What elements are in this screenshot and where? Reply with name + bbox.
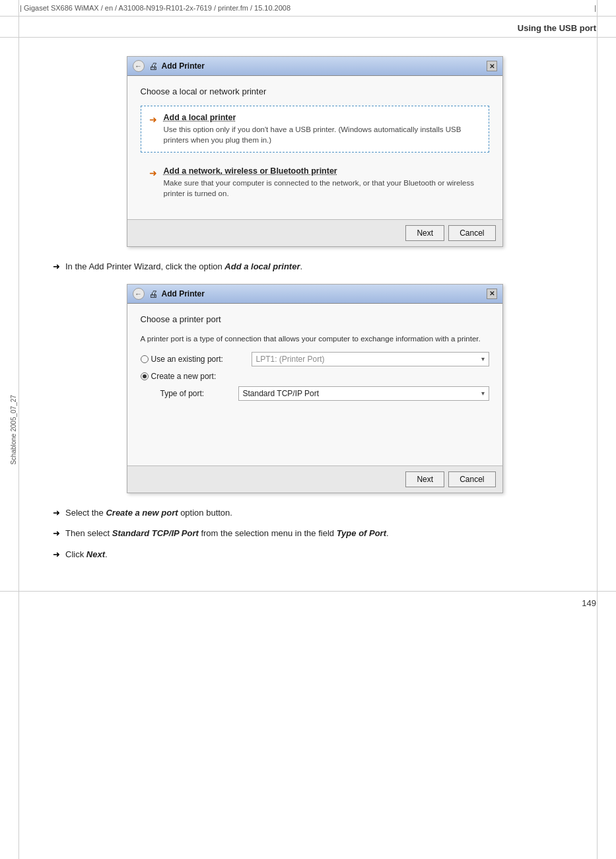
instruction-4-arrow-icon: ➜ xyxy=(53,548,60,561)
printer-icon: 🖨 xyxy=(149,61,158,71)
dialog-1-next-button[interactable]: Next xyxy=(405,225,444,241)
type-of-port-select[interactable]: Standard TCP/IP Port ▾ xyxy=(238,386,489,401)
option-2-title: Add a network, wireless or Bluetooth pri… xyxy=(164,166,481,176)
dialog-2-titlebar: ← 🖨 Add Printer ✕ xyxy=(127,285,502,304)
breadcrumb: | Gigaset SX686 WiMAX / en / A31008-N919… xyxy=(20,4,291,12)
instruction-1: ➜ In the Add Printer Wizard, click the o… xyxy=(53,260,576,273)
use-existing-input[interactable]: LPT1: (Printer Port) ▾ xyxy=(252,352,489,366)
dialog-1-back-button[interactable]: ← xyxy=(133,60,145,72)
instruction-1-arrow-icon: ➜ xyxy=(53,260,60,273)
instruction-2-text: Select the Create a new port option butt… xyxy=(65,506,232,520)
option-add-network-printer[interactable]: ➜ Add a network, wireless or Bluetooth p… xyxy=(141,159,489,206)
instruction-1-text: In the Add Printer Wizard, click the opt… xyxy=(65,260,302,273)
dialog-1-body: Choose a local or network printer ➜ Add … xyxy=(127,76,502,219)
section-title: Using the USB port xyxy=(0,17,616,38)
top-divider-right: | xyxy=(594,4,596,12)
top-meta-bar: | Gigaset SX686 WiMAX / en / A31008-N919… xyxy=(0,0,616,17)
option-2-desc: Make sure that your computer is connecte… xyxy=(164,178,481,199)
dialog-2-next-button[interactable]: Next xyxy=(405,471,444,487)
instruction-3-text: Then select Standard TCP/IP Port from th… xyxy=(65,527,389,540)
type-of-port-label: Type of port: xyxy=(160,389,233,398)
instruction-4-text: Click Next. xyxy=(65,548,108,561)
create-new-radio[interactable] xyxy=(141,372,149,380)
main-content: ← 🖨 Add Printer ✕ Choose a local or netw… xyxy=(0,50,616,578)
dialog-2-cancel-button[interactable]: Cancel xyxy=(448,471,495,487)
use-existing-dropdown-icon: ▾ xyxy=(481,355,485,362)
create-new-label: Create a new port: xyxy=(151,372,244,381)
use-existing-radio[interactable] xyxy=(141,355,149,363)
option-1-title: Add a local printer xyxy=(164,113,481,122)
dialog-2-close-button[interactable]: ✕ xyxy=(487,289,497,299)
instruction-2: ➜ Select the Create a new port option bu… xyxy=(53,506,576,520)
instruction-2-arrow-icon: ➜ xyxy=(53,506,60,520)
dialog-1-title: Add Printer xyxy=(162,61,205,71)
option-1-arrow-icon: ➜ xyxy=(149,114,157,125)
option-add-local-printer[interactable]: ➜ Add a local printer Use this option on… xyxy=(141,106,489,153)
dialog-2-body: Choose a printer port A printer port is … xyxy=(127,304,502,465)
dialog-1-close-button[interactable]: ✕ xyxy=(487,61,497,71)
dialog-2-footer: Next Cancel xyxy=(127,465,502,493)
page-number: 149 xyxy=(0,591,616,615)
dialog-add-printer-2: ← 🖨 Add Printer ✕ Choose a printer port … xyxy=(127,284,503,493)
instruction-3: ➜ Then select Standard TCP/IP Port from … xyxy=(53,527,576,540)
dialog-2-title: Add Printer xyxy=(162,289,205,298)
dialog-add-printer-1: ← 🖨 Add Printer ✕ Choose a local or netw… xyxy=(127,56,503,247)
dialog-1-titlebar: ← 🖨 Add Printer ✕ xyxy=(127,57,502,76)
dialog-1-cancel-button[interactable]: Cancel xyxy=(448,225,495,241)
option-2-arrow-icon: ➜ xyxy=(149,168,157,178)
type-of-port-dropdown-icon: ▾ xyxy=(481,390,485,397)
type-of-port-row: Type of port: Standard TCP/IP Port ▾ xyxy=(160,386,489,401)
instruction-4: ➜ Click Next. xyxy=(53,548,576,561)
dialog-2-back-button[interactable]: ← xyxy=(133,288,145,300)
dialog-2-subtitle: Choose a printer port xyxy=(141,314,489,324)
side-label: Schablone 2005_07_27 xyxy=(10,364,17,496)
left-border xyxy=(18,0,19,859)
option-1-desc: Use this option only if you don't have a… xyxy=(164,124,481,145)
use-existing-label: Use an existing port: xyxy=(151,355,244,364)
instruction-3-arrow-icon: ➜ xyxy=(53,527,60,540)
dialog-1-footer: Next Cancel xyxy=(127,219,502,246)
option-2-content: Add a network, wireless or Bluetooth pri… xyxy=(164,166,481,199)
create-new-port-row: Create a new port: xyxy=(141,372,489,381)
dialog-2-description: A printer port is a type of connection t… xyxy=(141,333,489,344)
printer-icon-2: 🖨 xyxy=(149,289,158,299)
option-1-content: Add a local printer Use this option only… xyxy=(164,113,481,145)
dialog-2-spacer xyxy=(141,406,489,459)
dialog-1-subtitle: Choose a local or network printer xyxy=(141,86,489,96)
use-existing-port-row: Use an existing port: LPT1: (Printer Por… xyxy=(141,352,489,366)
right-border xyxy=(597,0,598,859)
